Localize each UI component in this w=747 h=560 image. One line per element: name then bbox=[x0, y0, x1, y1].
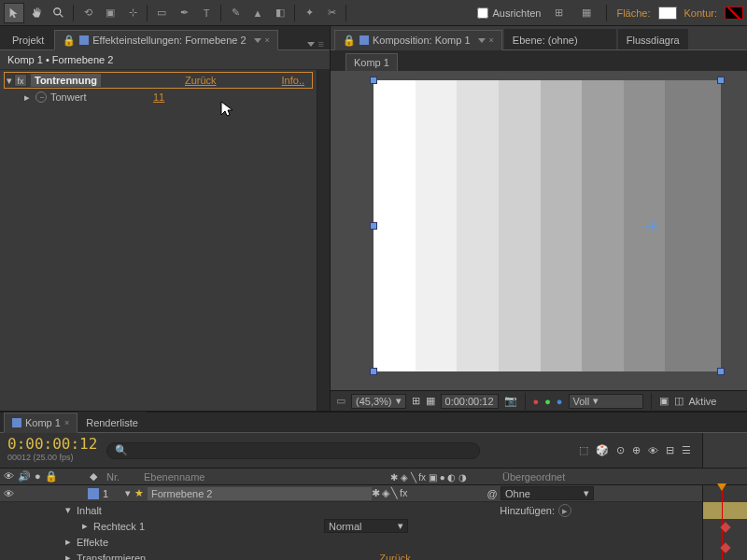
pan-behind-tool[interactable]: ⊹ bbox=[122, 3, 143, 23]
handle-bl[interactable] bbox=[370, 368, 377, 375]
timecode-field[interactable]: 0:00:00:12 bbox=[441, 394, 499, 409]
disclosure-triangle-icon[interactable]: ▾ bbox=[65, 504, 71, 516]
group-effects[interactable]: ▸ Effekte bbox=[0, 534, 702, 550]
label-color[interactable] bbox=[88, 488, 99, 499]
handle-br[interactable] bbox=[717, 368, 725, 375]
disclosure-triangle-icon[interactable]: ▸ bbox=[24, 91, 30, 104]
roto-tool[interactable]: ✂ bbox=[321, 3, 342, 23]
group-contents[interactable]: ▾ Inhalt Hinzufügen: ▸ bbox=[0, 502, 702, 518]
canvas[interactable] bbox=[374, 80, 721, 371]
zoom-dropdown[interactable]: (45,3%)▾ bbox=[351, 394, 406, 409]
view1-icon[interactable]: ▣ bbox=[659, 395, 669, 407]
solo-column-icon[interactable]: ● bbox=[35, 470, 41, 483]
timeline-track-area[interactable] bbox=[702, 485, 747, 560]
time-ruler[interactable] bbox=[703, 485, 747, 502]
snapshot-icon[interactable]: 📷 bbox=[504, 395, 517, 407]
fx-toggle-icon[interactable]: fx bbox=[14, 74, 27, 87]
panel-menu-icon[interactable] bbox=[307, 42, 315, 47]
subtab-comp[interactable]: Komp 1 bbox=[345, 53, 398, 72]
disclosure-triangle-icon[interactable]: ▾ bbox=[121, 487, 134, 499]
add-button[interactable]: ▸ bbox=[558, 504, 571, 517]
disclosure-triangle-icon[interactable]: ▸ bbox=[82, 520, 88, 532]
layer-row[interactable]: 👁 1 ▾ ★ Formebene 2 ✱◈╲fx @ Ohne▾ bbox=[0, 485, 702, 502]
stopwatch-icon[interactable] bbox=[35, 91, 47, 103]
parent-dropdown[interactable]: Ohne▾ bbox=[500, 486, 594, 500]
hand-tool[interactable] bbox=[26, 3, 47, 23]
lock-column-icon[interactable]: 🔒 bbox=[45, 470, 58, 483]
info-link[interactable]: Info.. bbox=[282, 75, 304, 86]
tab-project[interactable]: Projekt bbox=[4, 29, 52, 49]
rotate-tool[interactable]: ⟲ bbox=[78, 3, 98, 23]
tab-composition[interactable]: 🔒 Komposition: Komp 1 × bbox=[334, 30, 502, 50]
res-icon[interactable]: ⊞ bbox=[412, 395, 420, 407]
tab-timeline-comp[interactable]: Komp 1 × bbox=[4, 413, 78, 433]
scrollbar[interactable] bbox=[317, 70, 330, 411]
close-icon[interactable]: × bbox=[64, 418, 69, 427]
layer-switches[interactable]: ✱◈╲fx bbox=[372, 487, 484, 499]
snap2-icon[interactable]: ▦ bbox=[576, 3, 597, 23]
effect-header[interactable]: ▾ fx Tontrennung Zurück Info.. bbox=[4, 72, 313, 89]
align-check-input[interactable] bbox=[477, 7, 488, 19]
eye-column-icon[interactable]: 👁 bbox=[4, 470, 14, 483]
tl-icon-7[interactable]: ☰ bbox=[682, 444, 691, 456]
clone-tool[interactable]: ▲ bbox=[247, 3, 268, 23]
tl-icon-1[interactable]: ⬚ bbox=[579, 444, 588, 456]
tab-layer[interactable]: Ebene: (ohne) bbox=[504, 29, 616, 49]
transform-reset-link[interactable]: Zurück bbox=[379, 553, 411, 561]
group-transform[interactable]: ▸ Transformieren Zurück bbox=[0, 550, 702, 560]
lock-icon[interactable]: 🔒 bbox=[63, 35, 76, 47]
tl-icon-5[interactable]: 👁 bbox=[648, 445, 658, 456]
tab-render-queue[interactable]: Renderliste bbox=[78, 412, 147, 432]
tab-menu-icon[interactable] bbox=[254, 38, 261, 43]
camera-tool[interactable]: ▣ bbox=[100, 3, 120, 23]
rect-tool[interactable]: ▭ bbox=[151, 3, 172, 23]
puppet-tool[interactable]: ✦ bbox=[299, 3, 319, 23]
pen-tool[interactable]: ✒ bbox=[174, 3, 194, 23]
tl-icon-4[interactable]: ⊕ bbox=[632, 444, 641, 456]
zoom-tool[interactable] bbox=[49, 3, 69, 23]
audio-column-icon[interactable]: 🔊 bbox=[18, 470, 31, 483]
tab-menu-icon[interactable] bbox=[478, 38, 486, 43]
fill-swatch[interactable] bbox=[658, 7, 677, 20]
property-value[interactable]: 11 bbox=[153, 91, 164, 103]
eraser-tool[interactable]: ◧ bbox=[270, 3, 290, 23]
tl-icon-2[interactable]: 🎲 bbox=[596, 444, 609, 456]
lock-icon[interactable]: 🔒 bbox=[343, 35, 356, 47]
handle-tr[interactable] bbox=[717, 77, 725, 84]
quality-dropdown[interactable]: Voll▾ bbox=[569, 394, 643, 409]
disclosure-triangle-icon[interactable]: ▾ bbox=[7, 75, 12, 87]
ratio-icon[interactable]: ▭ bbox=[336, 395, 345, 407]
panel-options-icon[interactable]: ≡ bbox=[318, 38, 324, 49]
tab-effect-controls[interactable]: 🔒 Effekteinstellungen: Formebene 2 × bbox=[54, 30, 278, 50]
shape-group[interactable]: ▸ Rechteck 1 Normal▾ bbox=[0, 518, 702, 534]
selection-tool[interactable] bbox=[4, 3, 24, 23]
close-icon[interactable]: × bbox=[265, 35, 270, 45]
anchor-point-icon[interactable] bbox=[646, 220, 657, 231]
channel-icon[interactable]: ● bbox=[533, 396, 540, 407]
current-timecode[interactable]: 0:00:00:12 bbox=[7, 435, 95, 453]
disclosure-triangle-icon[interactable]: ▸ bbox=[65, 552, 71, 560]
layer-name[interactable]: Formebene 2 bbox=[148, 487, 372, 500]
grid-icon[interactable]: ▦ bbox=[426, 395, 435, 407]
tab-flowchart[interactable]: Flussdiagra bbox=[618, 29, 688, 49]
search-input[interactable]: 🔍 bbox=[106, 442, 480, 459]
label-column-icon[interactable]: ◆ bbox=[90, 470, 106, 483]
text-tool[interactable]: T bbox=[196, 3, 217, 23]
reset-link[interactable]: Zurück bbox=[185, 75, 217, 86]
handle-ml[interactable] bbox=[370, 222, 377, 230]
stroke-swatch[interactable] bbox=[725, 7, 743, 20]
snap-icon[interactable]: ⊞ bbox=[548, 3, 569, 23]
close-icon[interactable]: × bbox=[489, 35, 494, 45]
view2-icon[interactable]: ◫ bbox=[674, 395, 684, 407]
tl-icon-6[interactable]: ⊟ bbox=[666, 444, 674, 456]
blend-mode-dropdown[interactable]: Normal▾ bbox=[324, 519, 408, 533]
disclosure-triangle-icon[interactable]: ▸ bbox=[65, 536, 71, 548]
tl-icon-3[interactable]: ⊙ bbox=[616, 444, 625, 456]
pickwhip-icon[interactable]: @ bbox=[484, 488, 500, 499]
viewport[interactable] bbox=[331, 71, 747, 390]
align-checkbox[interactable]: Ausrichten bbox=[477, 7, 541, 19]
handle-tl[interactable] bbox=[370, 77, 377, 84]
effect-name[interactable]: Tontrennung bbox=[31, 74, 101, 87]
brush-tool[interactable]: ✎ bbox=[225, 3, 246, 23]
visibility-toggle[interactable]: 👁 bbox=[0, 488, 17, 499]
